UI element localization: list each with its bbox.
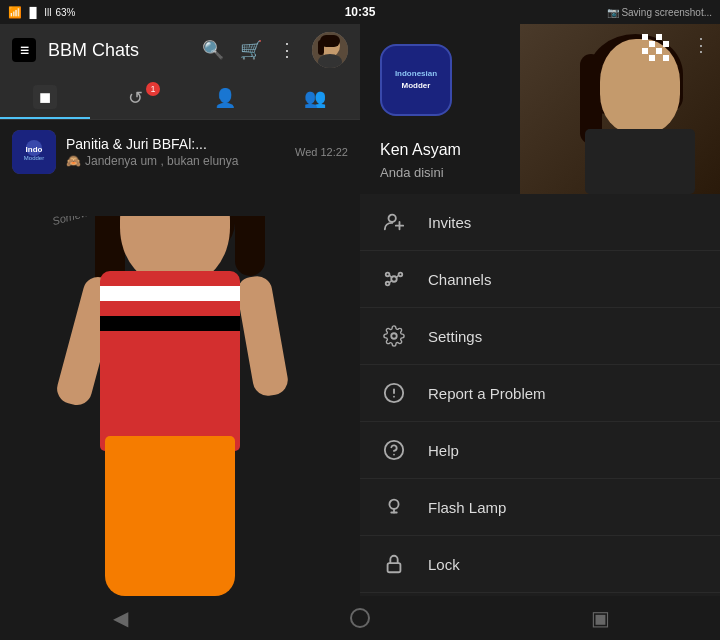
- chat-list: SomewhereSomewhere Indo Modder Panitia &…: [0, 120, 360, 596]
- app-toolbar: ☰ BBM Chats 🔍 🛒 ⋮: [0, 24, 360, 76]
- cart-icon[interactable]: 🛒: [240, 39, 262, 61]
- svg-line-16: [389, 275, 392, 278]
- preview-icon: 🙈: [66, 154, 81, 168]
- girl-arm-right: [235, 274, 290, 398]
- menu-item-flash-lamp[interactable]: Flash Lamp: [360, 479, 720, 536]
- status-bar: 📶 ▐▌ Ill 63% 10:35 📷 Saving screenshot..…: [0, 0, 720, 24]
- background-art: SomewhereSomewhere: [0, 216, 360, 596]
- nav-home-button[interactable]: [240, 596, 480, 640]
- app-logo-icon[interactable]: Indonesian Modder: [380, 44, 452, 116]
- flash-lamp-icon: [380, 493, 408, 521]
- status-left-icons: 📶 ▐▌ Ill 63%: [8, 6, 75, 19]
- right-panel-top-buttons: ⋮: [692, 34, 710, 56]
- menu-item-help[interactable]: Help: [360, 422, 720, 479]
- preview-text: Jandenya um , bukan elunya: [85, 154, 238, 168]
- qr-cell: [642, 41, 648, 47]
- svg-point-9: [389, 215, 396, 222]
- invites-label: Invites: [428, 214, 471, 231]
- menu-item-report[interactable]: Report a Problem: [360, 365, 720, 422]
- lock-icon: [380, 550, 408, 578]
- girl-hair-side-right: [235, 216, 265, 276]
- qr-cell: [642, 34, 648, 40]
- recent-apps-icon: ▣: [591, 606, 610, 630]
- app-title: BBM Chats: [48, 40, 190, 61]
- profile-thumbnail[interactable]: [312, 32, 348, 68]
- girl-figure: SomewhereSomewhere: [40, 216, 320, 596]
- menu-item-channels[interactable]: Channels: [360, 251, 720, 308]
- qr-cell: [656, 48, 662, 54]
- nav-back-button[interactable]: ◀: [0, 596, 240, 640]
- svg-line-18: [389, 280, 392, 283]
- app-logo-text: Indonesian Modder: [395, 69, 437, 90]
- user-name: Ken Asyam: [380, 141, 461, 159]
- wifi-icon: 📶: [8, 6, 22, 19]
- tab-bar: ◼ ↺ 1 👤 👥: [0, 76, 360, 120]
- menu-item-post-image[interactable]: Post Image: [360, 593, 720, 596]
- settings-icon: [380, 322, 408, 350]
- profile-bg-art: [520, 24, 720, 194]
- chat-time: Wed 12:22: [295, 146, 348, 158]
- signal-icon: ▐▌: [26, 7, 40, 18]
- qr-cell: [649, 34, 655, 40]
- right-girl-silhouette: [550, 34, 720, 194]
- more-options-icon[interactable]: ⋮: [692, 34, 710, 56]
- status-right: 📷 Saving screenshot...: [607, 7, 712, 18]
- girl-stripe-2: [100, 316, 240, 331]
- svg-text:Modder: Modder: [24, 155, 44, 161]
- settings-label: Settings: [428, 328, 482, 345]
- status-time: 10:35: [345, 5, 376, 19]
- svg-line-17: [396, 275, 399, 278]
- screenshot-notif: 📷 Saving screenshot...: [607, 7, 712, 18]
- profile-header: Indonesian Modder: [360, 24, 720, 194]
- tab-contacts[interactable]: 👤: [180, 76, 270, 119]
- menu-item-settings[interactable]: Settings: [360, 308, 720, 365]
- qr-cell: [663, 41, 669, 47]
- user-status: Anda disini: [380, 165, 444, 180]
- qr-cell: [656, 55, 662, 61]
- help-icon: [380, 436, 408, 464]
- left-panel: ☰ BBM Chats 🔍 🛒 ⋮: [0, 24, 360, 596]
- updates-icon: ↺: [128, 87, 143, 109]
- battery-text: 63%: [55, 7, 75, 18]
- qr-cell: [642, 48, 648, 54]
- girl-legs: [105, 436, 235, 596]
- groups-icon: 👥: [304, 87, 326, 109]
- chat-name: Panitia & Juri BBFAl:...: [66, 136, 285, 152]
- qr-icon[interactable]: [642, 34, 670, 62]
- search-icon[interactable]: 🔍: [202, 39, 224, 61]
- back-arrow-icon: ◀: [113, 606, 128, 630]
- menu-item-invites[interactable]: Invites: [360, 194, 720, 251]
- svg-point-24: [393, 454, 395, 456]
- right-panel-drawer: Indonesian Modder: [360, 24, 720, 596]
- svg-point-15: [386, 282, 390, 286]
- home-circle-icon: [350, 608, 370, 628]
- updates-badge: 1: [146, 82, 160, 96]
- qr-cell: [656, 34, 662, 40]
- more-icon[interactable]: ⋮: [278, 39, 296, 61]
- svg-point-14: [399, 273, 403, 277]
- contacts-icon: 👤: [214, 87, 236, 109]
- chat-preview: 🙈 Jandenya um , bukan elunya: [66, 154, 285, 168]
- tab-updates[interactable]: ↺ 1: [90, 76, 180, 119]
- toolbar-icons: 🔍 🛒 ⋮: [202, 32, 348, 68]
- svg-rect-3: [318, 40, 324, 55]
- qr-cell: [642, 55, 648, 61]
- svg-text:Indo: Indo: [26, 145, 43, 154]
- chat-item[interactable]: Indo Modder Panitia & Juri BBFAl:... 🙈 J…: [0, 120, 360, 184]
- right-girl-body: [585, 129, 695, 194]
- chat-info: Panitia & Juri BBFAl:... 🙈 Jandenya um ,…: [66, 136, 285, 168]
- channels-label: Channels: [428, 271, 491, 288]
- qr-cell: [656, 41, 662, 47]
- help-label: Help: [428, 442, 459, 459]
- nav-recent-button[interactable]: ▣: [480, 596, 720, 640]
- flash-lamp-label: Flash Lamp: [428, 499, 506, 516]
- svg-point-13: [386, 273, 390, 277]
- qr-cell: [649, 41, 655, 47]
- tab-groups[interactable]: 👥: [270, 76, 360, 119]
- menu-item-lock[interactable]: Lock: [360, 536, 720, 593]
- menu-list: Invites Channels: [360, 194, 720, 596]
- svg-rect-28: [388, 563, 401, 572]
- bbm-menu-icon[interactable]: ☰: [12, 38, 36, 62]
- svg-point-25: [389, 500, 398, 509]
- tab-chats[interactable]: ◼: [0, 76, 90, 119]
